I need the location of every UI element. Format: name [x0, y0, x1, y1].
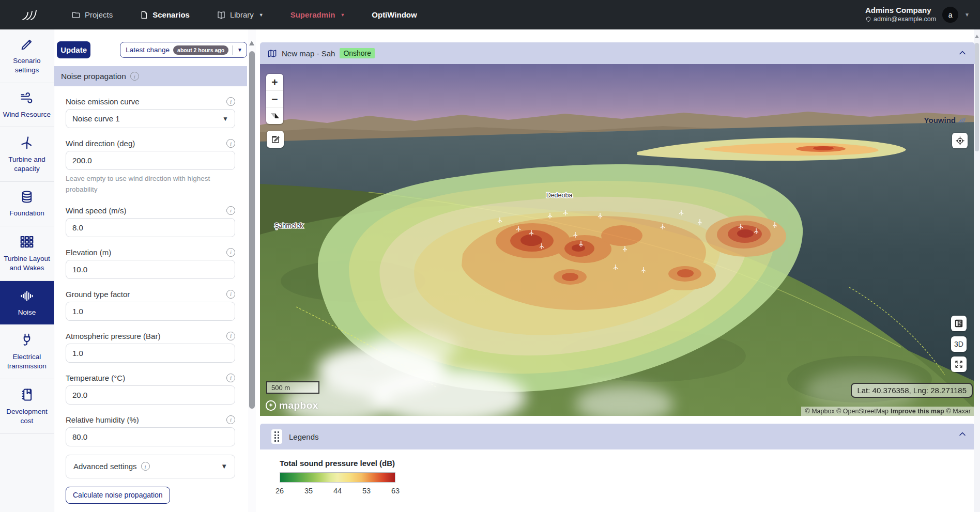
nav-optiwindow[interactable]: OptiWindow — [372, 10, 417, 19]
field-label-temperature: Temperature (°C) — [66, 374, 125, 382]
ruler-icon — [954, 319, 963, 328]
nav-scenarios[interactable]: Scenarios — [140, 10, 190, 20]
wind-speed-input[interactable] — [66, 218, 235, 237]
sidebar-item-development-cost[interactable]: Development cost — [0, 379, 54, 434]
nav-library-label: Library — [230, 10, 254, 19]
noise-emission-curve-select[interactable]: Noise curve 1 ▼ — [66, 109, 235, 128]
nav-projects[interactable]: Projects — [71, 10, 113, 20]
field-label-wind-direction: Wind direction (deg) — [66, 139, 135, 148]
sidebar-item-foundation[interactable]: Foundation — [0, 182, 54, 226]
fullscreen-button[interactable] — [951, 356, 967, 372]
field-label-relative-humidity: Relative humidity (%) — [66, 415, 139, 424]
sidebar-item-wind-resource[interactable]: Wind Resource — [0, 83, 54, 128]
info-icon[interactable]: i — [226, 332, 235, 340]
advanced-settings-label: Advanced settings — [73, 462, 137, 471]
drag-handle-icon[interactable] — [271, 429, 282, 444]
info-icon[interactable]: i — [226, 415, 235, 424]
measure-button[interactable] — [951, 316, 967, 331]
info-icon[interactable]: i — [226, 206, 235, 215]
user-email: admin@example.com — [874, 15, 936, 24]
nav-superadmin[interactable]: Superadmin ▼ — [290, 10, 345, 19]
update-button[interactable]: Update — [57, 41, 90, 58]
field-label-ground-type-factor: Ground type factor — [66, 290, 130, 299]
file-icon — [140, 10, 148, 20]
info-icon[interactable]: i — [130, 72, 139, 81]
sidebar-item-electrical-transmission[interactable]: Electrical transmission — [0, 324, 54, 379]
compass-icon — [270, 112, 280, 119]
database-icon — [20, 190, 34, 204]
scrollbar-thumb[interactable] — [249, 51, 255, 409]
map-canvas[interactable]: Dedeoba Şahmelek + − Map Layers Pixe — [260, 64, 975, 416]
map-header: New map - Sah Onshore — [260, 42, 975, 64]
map-icon — [267, 49, 277, 58]
relative-humidity-input[interactable] — [66, 427, 235, 446]
nav-superadmin-label: Superadmin — [290, 10, 335, 19]
calculate-noise-propagation-button[interactable]: Calculate noise propagation — [66, 487, 170, 504]
attribution-links[interactable]: © Mapbox © OpenStreetMap — [805, 408, 889, 415]
nav-optiwindow-label: OptiWindow — [372, 10, 417, 19]
collapse-map-chevron-up-icon[interactable] — [957, 48, 968, 60]
panel-scrollbar[interactable] — [248, 29, 256, 512]
wind-icon — [19, 91, 35, 105]
left-sidebar: Scenario settings Wind Resource Turbine … — [0, 29, 54, 512]
zoom-out-button[interactable]: − — [266, 91, 283, 108]
zoom-in-button[interactable]: + — [266, 74, 283, 91]
wind-direction-input[interactable] — [66, 151, 235, 170]
edit-icon — [271, 135, 280, 144]
place-label-dedeoba: Dedeoba — [546, 192, 573, 199]
info-icon[interactable]: i — [226, 374, 235, 382]
mapbox-logo[interactable]: mapbox — [265, 400, 318, 411]
map-title: New map - Sah — [282, 49, 335, 58]
book-icon — [217, 10, 226, 20]
youwind-logo-icon[interactable] — [21, 8, 39, 22]
nav-library[interactable]: Library ▼ — [217, 10, 264, 20]
info-icon[interactable]: i — [226, 248, 235, 257]
pencil-icon — [20, 37, 34, 52]
page-scrollbar[interactable] — [974, 29, 980, 512]
map-zoom-control: + − — [266, 74, 283, 124]
info-icon[interactable]: i — [226, 97, 235, 106]
improve-map-link[interactable]: Improve this map — [891, 408, 944, 415]
scrollbar-up-arrow-icon[interactable] — [975, 35, 979, 38]
noise-form: Noise emission curve i Noise curve 1 ▼ W… — [54, 97, 247, 512]
draw-edit-button[interactable] — [267, 131, 284, 148]
ground-type-factor-input[interactable] — [66, 302, 235, 321]
noise-settings-panel: Update Latest change about 2 hours ago ▼… — [54, 29, 247, 512]
tick-26: 26 — [275, 487, 284, 495]
sidebar-item-noise[interactable]: Noise — [0, 281, 54, 325]
sidebar-item-turbine-layout-wakes[interactable]: Turbine Layout and Wakes — [0, 226, 54, 281]
fullscreen-icon — [954, 360, 963, 369]
info-icon[interactable]: i — [226, 139, 235, 148]
place-label-sahmelek: Şahmelek — [274, 222, 303, 229]
legends-header: Legends — [260, 424, 975, 449]
tick-35: 35 — [304, 487, 313, 495]
latest-change-dropdown[interactable]: Latest change about 2 hours ago ▼ — [120, 42, 247, 58]
toggle-3d-button[interactable]: 3D — [951, 336, 967, 352]
tick-53: 53 — [362, 487, 371, 495]
info-icon[interactable]: i — [141, 462, 150, 471]
info-icon[interactable]: i — [226, 290, 235, 299]
scrollbar-up-arrow-icon[interactable] — [249, 41, 254, 45]
sidebar-item-turbine-capacity[interactable]: Turbine and capacity — [0, 127, 54, 182]
collapse-legends-chevron-up-icon[interactable] — [957, 429, 968, 441]
geolocate-button[interactable] — [952, 133, 968, 148]
chevron-down-icon[interactable]: ▼ — [964, 12, 970, 18]
atmospheric-pressure-input[interactable] — [66, 344, 235, 363]
legends-panel: Legends Total sound pressure level (dB) … — [260, 424, 975, 512]
colorbar-gradient — [280, 472, 395, 483]
grid-icon — [19, 234, 35, 250]
chevron-down-icon: ▼ — [221, 462, 227, 470]
field-label-elevation: Elevation (m) — [66, 248, 111, 257]
advanced-settings-toggle[interactable]: Advanced settings i ▼ — [66, 455, 235, 478]
youwind-wave-icon — [958, 116, 967, 124]
elevation-input[interactable] — [66, 260, 235, 279]
coordinates-badge: Lat: 40.376358, Lng: 28.271185 — [851, 383, 973, 398]
user-email-row: admin@example.com — [865, 15, 936, 24]
sidebar-item-scenario-settings[interactable]: Scenario settings — [0, 29, 54, 83]
section-title: Noise propagation — [61, 72, 126, 81]
temperature-input[interactable] — [66, 385, 235, 405]
scrollbar-thumb[interactable] — [975, 43, 979, 151]
compass-button[interactable] — [266, 107, 283, 124]
avatar[interactable]: a — [942, 7, 958, 23]
maxar-link[interactable]: © Maxar — [946, 408, 971, 415]
